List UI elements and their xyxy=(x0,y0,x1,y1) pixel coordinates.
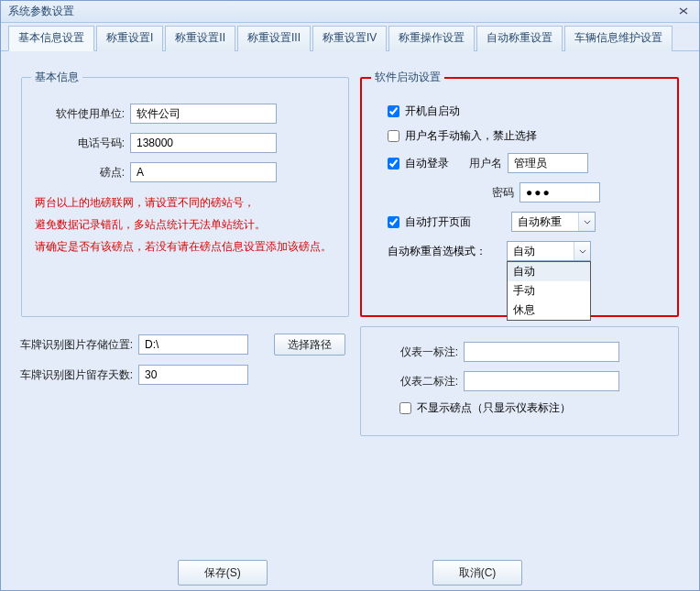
settings-window: 系统参数设置 基本信息设置 称重设置I 称重设置II 称重设置III 称重设置I… xyxy=(0,0,700,591)
auto-weigh-mode-label: 自动称重首选模式： xyxy=(388,244,487,259)
tab-weighing-3[interactable]: 称重设置III xyxy=(237,26,311,51)
warning-line-1: 两台以上的地磅联网，请设置不同的磅站号， xyxy=(35,192,339,213)
dialog-footer: 保存(S) 取消(C) xyxy=(1,560,699,586)
tab-weighing-op[interactable]: 称重操作设置 xyxy=(388,26,475,51)
auto-weigh-mode-select[interactable]: 自动 自动 手动 休息 xyxy=(507,241,591,261)
save-button[interactable]: 保存(S) xyxy=(178,560,268,586)
chevron-down-icon xyxy=(574,242,590,260)
username-label: 用户名 xyxy=(462,156,502,171)
phone-input[interactable] xyxy=(130,133,277,153)
meter2-input[interactable] xyxy=(464,371,619,391)
auto-start-label: 开机自启动 xyxy=(405,104,460,119)
password-input[interactable] xyxy=(520,182,600,202)
meter-label-panel: 仪表一标注: 仪表二标注: 不显示磅点（只显示仪表标注） xyxy=(360,326,679,436)
tab-weighing-4[interactable]: 称重设置IV xyxy=(312,26,387,51)
auto-login-label: 自动登录 xyxy=(405,156,449,171)
auto-weigh-mode-value: 自动 xyxy=(513,244,574,259)
basic-info-legend: 基本信息 xyxy=(31,70,82,85)
mode-option-auto[interactable]: 自动 xyxy=(508,262,590,281)
titlebar: 系统参数设置 xyxy=(1,1,699,23)
tab-vehicle-maint[interactable]: 车辆信息维护设置 xyxy=(564,26,673,51)
browse-path-button[interactable]: 选择路径 xyxy=(274,334,345,356)
chevron-down-icon xyxy=(578,213,595,231)
password-label: 密码 xyxy=(474,185,514,201)
username-input[interactable] xyxy=(508,153,588,173)
tab-auto-weighing[interactable]: 自动称重设置 xyxy=(476,26,563,51)
window-title: 系统参数设置 xyxy=(8,4,74,19)
tab-weighing-1[interactable]: 称重设置I xyxy=(96,26,163,51)
hide-scale-label: 不显示磅点（只显示仪表标注） xyxy=(417,400,571,416)
warning-line-2: 避免数据记录错乱，多站点统计无法单站统计。 xyxy=(35,213,339,235)
hide-scale-checkbox[interactable] xyxy=(399,402,411,414)
auto-open-page-label: 自动打开页面 xyxy=(405,214,471,230)
phone-label: 电话号码: xyxy=(31,136,125,151)
company-label: 软件使用单位: xyxy=(31,106,125,122)
manual-username-label: 用户名手动输入，禁止选择 xyxy=(405,128,537,144)
plate-img-path-label: 车牌识别图片存储位置: xyxy=(14,337,133,353)
close-icon[interactable] xyxy=(675,6,692,16)
mode-option-rest[interactable]: 休息 xyxy=(508,301,590,320)
tabstrip: 基本信息设置 称重设置I 称重设置II 称重设置III 称重设置IV 称重操作设… xyxy=(1,23,699,51)
scale-point-label: 磅点: xyxy=(31,165,125,181)
plate-img-days-label: 车牌识别图片留存天数: xyxy=(14,367,133,383)
startup-settings-panel: 软件启动设置 开机自启动 用户名手动输入，禁止选择 自动登录 用户名 xyxy=(360,70,679,317)
meter2-label: 仪表二标注: xyxy=(370,374,458,389)
auto-weigh-mode-options: 自动 手动 休息 xyxy=(507,261,591,321)
scale-point-input[interactable] xyxy=(130,162,277,182)
auto-open-page-value: 自动称重 xyxy=(518,214,578,230)
company-input[interactable] xyxy=(130,104,277,124)
auto-start-checkbox[interactable] xyxy=(388,105,399,117)
basic-info-panel: 基本信息 软件使用单位: 电话号码: 磅点: 两台以上的地磅联网，请设置不同的磅… xyxy=(21,70,349,317)
plate-image-settings: 车牌识别图片存储位置: 选择路径 车牌识别图片留存天数: xyxy=(14,334,362,394)
meter1-label: 仪表一标注: xyxy=(370,345,458,360)
tab-basic-info[interactable]: 基本信息设置 xyxy=(8,26,94,51)
tab-content: 基本信息 软件使用单位: 电话号码: 磅点: 两台以上的地磅联网，请设置不同的磅… xyxy=(1,51,699,591)
auto-open-page-select[interactable]: 自动称重 xyxy=(511,212,596,232)
auto-login-checkbox[interactable] xyxy=(388,158,399,170)
plate-img-path-input[interactable] xyxy=(138,334,248,355)
warning-line-3: 请确定是否有该磅点，若没有请在磅点信息设置添加该磅点。 xyxy=(35,235,339,257)
plate-img-days-input[interactable] xyxy=(138,365,248,385)
cancel-button[interactable]: 取消(C) xyxy=(432,560,523,586)
manual-username-checkbox[interactable] xyxy=(388,130,399,142)
meter1-input[interactable] xyxy=(464,342,619,362)
tab-weighing-2[interactable]: 称重设置II xyxy=(165,26,235,51)
startup-legend: 软件启动设置 xyxy=(371,70,444,85)
auto-open-page-checkbox[interactable] xyxy=(388,216,399,228)
mode-option-manual[interactable]: 手动 xyxy=(508,281,590,301)
